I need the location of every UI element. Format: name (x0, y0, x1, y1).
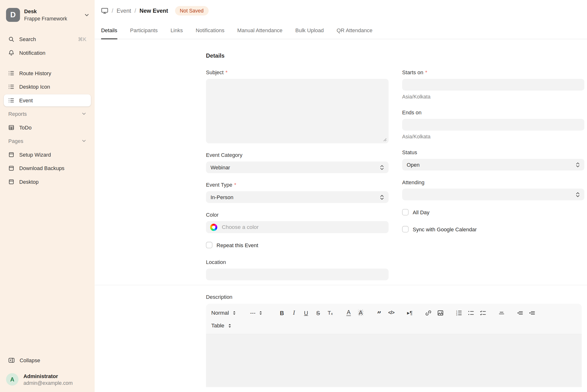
status-select[interactable]: Open (402, 159, 584, 170)
sidebar-item-label: Search (19, 36, 36, 42)
repeat-event-checkbox[interactable] (206, 242, 212, 248)
align-button[interactable] (496, 308, 508, 318)
select-value: In-Person (210, 194, 233, 200)
app-title: Desk (24, 8, 67, 15)
status-badge: Not Saved (175, 6, 208, 15)
paragraph-style-dropdown[interactable]: Normal (210, 310, 236, 316)
sidebar-item-label: Desktop (19, 179, 39, 185)
field-label: Ends on (402, 110, 584, 116)
image-button[interactable] (434, 308, 446, 318)
updown-arrows-icon (228, 323, 231, 328)
text-color-button[interactable]: A (343, 308, 355, 318)
sync-google-calendar-checkbox-row[interactable]: Sync with Google Calendar (402, 226, 584, 232)
clear-format-button[interactable]: Tₓ (324, 308, 336, 318)
all-day-checkbox[interactable] (402, 209, 408, 216)
field-label: Subject * (206, 70, 388, 76)
description-label: Description (206, 294, 587, 300)
outdent-button[interactable] (514, 308, 526, 318)
align-icon (498, 310, 504, 316)
event-type-select[interactable]: In-Person (206, 191, 388, 203)
updown-arrows-icon (259, 310, 262, 315)
chevron-down-icon (82, 138, 86, 144)
paragraph-mark-button[interactable]: ▸¶ (404, 308, 416, 318)
form-column-left: Subject * Event Category (206, 70, 388, 280)
sidebar-item-label: Notification (19, 50, 46, 56)
location-input[interactable] (206, 268, 388, 280)
bell-icon (8, 50, 14, 56)
sidebar-item-search[interactable]: Search ⌘K (4, 33, 91, 45)
divider-style-dropdown[interactable]: --- (249, 310, 263, 316)
tab-participants[interactable]: Participants (130, 22, 158, 40)
description-editor-body[interactable] (206, 334, 582, 387)
tab-bulk-upload[interactable]: Bulk Upload (296, 22, 324, 40)
italic-button[interactable]: I (288, 308, 300, 318)
link-button[interactable] (422, 308, 434, 318)
sidebar-collapse-button[interactable]: Collapse (4, 354, 91, 366)
starts-on-field: Starts on * Asia/Kolkata (402, 70, 584, 100)
sidebar-section-reports[interactable]: Reports (4, 108, 91, 120)
tab-details[interactable]: Details (101, 22, 117, 40)
tab-manual-attendance[interactable]: Manual Attendance (237, 22, 282, 40)
breadcrumb-parent-link[interactable]: Event (117, 8, 131, 14)
color-wheel-icon (210, 224, 217, 231)
svg-text:3: 3 (456, 314, 457, 316)
sidebar-item-label: ToDo (19, 124, 32, 130)
sidebar-item-setup-wizard[interactable]: Setup Wizard (4, 149, 91, 161)
event-category-select[interactable]: Webinar (206, 162, 388, 173)
monitor-icon[interactable] (101, 8, 108, 14)
section-label: Pages (8, 138, 23, 144)
description-editor: Normal --- B I U S (206, 304, 582, 387)
tab-notifications[interactable]: Notifications (196, 22, 224, 40)
field-label: Location (206, 259, 388, 265)
sidebar-item-download-backups[interactable]: Download Backups (4, 162, 91, 174)
sidebar-section-pages[interactable]: Pages (4, 135, 91, 147)
workspace-switcher[interactable]: D Desk Frappe Framework (4, 8, 91, 22)
sync-google-calendar-checkbox[interactable] (402, 226, 408, 232)
numbered-list-button[interactable]: 123 (453, 308, 465, 318)
section-divider (95, 285, 587, 285)
attending-select[interactable] (402, 188, 584, 200)
sidebar-item-label: Event (19, 97, 33, 103)
all-day-checkbox-row[interactable]: All Day (402, 209, 584, 216)
color-placeholder: Choose a color (222, 224, 259, 230)
starts-on-input[interactable] (402, 79, 584, 90)
user-menu[interactable]: A Administrator admin@example.com (4, 370, 91, 386)
sidebar-item-notification[interactable]: Notification (4, 47, 91, 59)
sidebar-item-route-history[interactable]: Route History (4, 67, 91, 79)
app-titles: Desk Frappe Framework (24, 8, 67, 22)
checkbox-label: All Day (413, 209, 430, 215)
blockquote-button[interactable]: ” (373, 306, 385, 320)
select-chevrons-icon (576, 161, 580, 168)
checklist-button[interactable] (477, 308, 489, 318)
app-root: D Desk Frappe Framework Search ⌘K Notifi… (0, 0, 587, 392)
breadcrumb-separator: / (134, 8, 136, 14)
code-button[interactable]: </> (385, 308, 397, 318)
sidebar-item-todo[interactable]: ToDo (4, 122, 91, 134)
tab-links[interactable]: Links (170, 22, 183, 40)
underline-button[interactable]: U (300, 308, 312, 318)
event-category-field: Event Category Webinar (206, 152, 388, 173)
indent-button[interactable] (526, 308, 538, 318)
table-dropdown[interactable]: Table (210, 322, 232, 328)
select-chevrons-icon (380, 164, 384, 170)
ends-on-input[interactable] (402, 119, 584, 131)
checkbox-label: Sync with Google Calendar (413, 226, 476, 232)
required-marker: * (234, 182, 236, 188)
bold-button[interactable]: B (276, 308, 288, 318)
form-scroll-area: Details Subject * (95, 39, 587, 392)
field-label: Event Type * (206, 182, 388, 188)
subject-input[interactable] (206, 79, 388, 144)
list-icon (8, 70, 14, 76)
sidebar-item-event[interactable]: Event (4, 94, 91, 106)
bullet-list-button[interactable] (465, 308, 477, 318)
sidebar-item-desktop[interactable]: Desktop (4, 176, 91, 188)
highlight-button[interactable]: A (355, 308, 367, 318)
strikethrough-button[interactable]: S (312, 308, 324, 318)
color-picker[interactable]: Choose a color (206, 221, 388, 233)
chevron-down-icon (82, 112, 86, 116)
repeat-event-checkbox-row[interactable]: Repeat this Event (206, 242, 388, 248)
sidebar-bottom: Collapse A Administrator admin@example.c… (4, 354, 91, 386)
sidebar-item-desktop-icon[interactable]: Desktop Icon (4, 81, 91, 93)
tab-qr-attendance[interactable]: QR Attendance (337, 22, 372, 40)
section-label: Reports (8, 111, 27, 117)
